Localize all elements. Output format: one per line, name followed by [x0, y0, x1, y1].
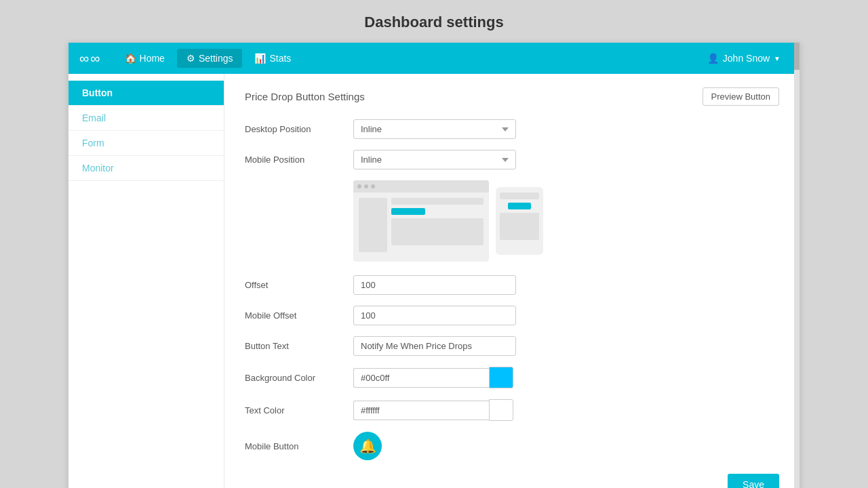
mobile-mockup	[496, 187, 543, 255]
save-button[interactable]: Save	[728, 474, 779, 488]
mobile-offset-input[interactable]	[353, 306, 516, 325]
settings-icon: ⚙	[186, 53, 195, 64]
home-icon: 🏠	[125, 53, 136, 64]
background-color-swatch[interactable]	[489, 367, 513, 388]
sidebar-item-monitor[interactable]: Monitor	[68, 156, 224, 181]
background-color-label: Background Color	[245, 373, 353, 383]
nav-links: 🏠 Home ⚙ Settings 📊 Stats	[115, 49, 707, 68]
panel-header: Price Drop Button Settings Preview Butto…	[245, 87, 779, 106]
mockup-block	[391, 218, 484, 245]
desktop-position-row: Desktop Position Inline Floating Fixed	[245, 119, 779, 139]
desktop-position-select[interactable]: Inline Floating Fixed	[353, 119, 516, 139]
mockup-top-bar	[353, 180, 489, 192]
preview-illustration	[353, 180, 543, 262]
scrollbar-thumb[interactable]	[794, 43, 800, 70]
browser-window: ∞∞ 🏠 Home ⚙ Settings 📊 Stats 👤 John Snow…	[68, 42, 800, 488]
user-icon: 👤	[707, 53, 719, 64]
mockup-bar1	[391, 198, 484, 205]
nav-logo: ∞∞	[79, 51, 102, 66]
text-color-label: Text Color	[245, 405, 353, 415]
button-text-row: Button Text	[245, 336, 779, 356]
mobile-position-row: Mobile Position Inline Floating Fixed	[245, 150, 779, 169]
background-color-row: Background Color	[245, 367, 779, 388]
text-color-swatch[interactable]	[489, 399, 513, 421]
sidebar-item-form[interactable]: Form	[68, 131, 224, 156]
page-title: Dashboard settings	[364, 14, 503, 31]
top-nav: ∞∞ 🏠 Home ⚙ Settings 📊 Stats 👤 John Snow…	[68, 43, 800, 74]
mobile-position-label: Mobile Position	[245, 155, 353, 165]
background-color-wrap	[353, 367, 513, 388]
button-text-label: Button Text	[245, 341, 353, 351]
mob-bar1	[500, 192, 539, 199]
nav-user[interactable]: 👤 John Snow ▼	[707, 53, 781, 64]
desktop-mockup	[353, 180, 489, 262]
offset-label: Offset	[245, 280, 353, 290]
dot2	[364, 184, 368, 188]
panel-title: Price Drop Button Settings	[245, 91, 365, 102]
scrollbar[interactable]	[794, 43, 800, 488]
button-text-input[interactable]	[353, 336, 516, 356]
offset-row: Offset	[245, 275, 779, 295]
main-content: Button Email Form Monitor Price Drop But…	[68, 74, 800, 488]
nav-link-settings[interactable]: ⚙ Settings	[177, 49, 243, 68]
sidebar: Button Email Form Monitor	[68, 74, 224, 488]
mobile-position-select[interactable]: Inline Floating Fixed	[353, 150, 516, 169]
background-color-input[interactable]	[353, 368, 489, 388]
dot3	[371, 184, 375, 188]
sidebar-item-button[interactable]: Button	[68, 81, 224, 106]
save-btn-row: Save	[245, 474, 779, 488]
mobile-button-label: Mobile Button	[245, 441, 353, 451]
content-panel: Price Drop Button Settings Preview Butto…	[224, 74, 800, 488]
mockup-accent-bar	[391, 208, 425, 215]
offset-input[interactable]	[353, 275, 516, 295]
mobile-button-row: Mobile Button 🔔	[245, 432, 779, 460]
sidebar-item-email[interactable]: Email	[68, 106, 224, 131]
mob-accent	[508, 203, 532, 209]
text-color-row: Text Color	[245, 399, 779, 421]
dot1	[357, 184, 361, 188]
preview-button[interactable]: Preview Button	[703, 87, 779, 106]
mockup-body	[353, 192, 489, 258]
text-color-wrap	[353, 399, 513, 421]
text-color-input[interactable]	[353, 401, 489, 420]
mobile-offset-row: Mobile Offset	[245, 306, 779, 325]
stats-icon: 📊	[254, 53, 266, 64]
mobile-offset-label: Mobile Offset	[245, 310, 353, 321]
caret-icon: ▼	[774, 55, 781, 62]
mobile-button-bell[interactable]: 🔔	[353, 432, 382, 460]
desktop-position-label: Desktop Position	[245, 124, 353, 134]
nav-link-stats[interactable]: 📊 Stats	[245, 49, 300, 68]
mob-block	[500, 213, 539, 240]
mockup-sidebar	[359, 198, 387, 252]
nav-link-home[interactable]: 🏠 Home	[115, 49, 174, 68]
mockup-main	[391, 198, 484, 252]
